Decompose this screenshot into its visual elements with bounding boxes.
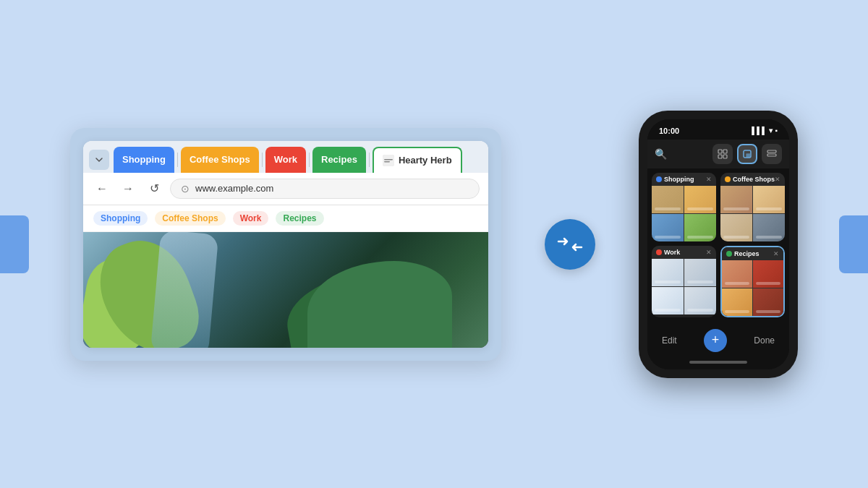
signal-icon: ▌▌▌	[752, 127, 767, 134]
phone-group-shopping[interactable]: Shopping ✕	[652, 173, 716, 241]
browser-wrapper: Shopping Coffee Shops Work Recipes	[70, 128, 501, 361]
browser-page-content	[83, 232, 488, 348]
reload-button[interactable]: ↺	[144, 179, 164, 199]
sync-arrow	[545, 219, 595, 270]
recipes-thumbnails	[722, 260, 783, 316]
add-tab-button[interactable]: +	[704, 329, 727, 352]
phone-tab-icons: ▦	[712, 144, 782, 164]
phone-group-coffee[interactable]: Coffee Shops ✕	[720, 173, 785, 241]
phone-group-coffee-header: Coffee Shops ✕	[720, 173, 785, 186]
deco-left	[0, 215, 29, 273]
recipes-dot	[726, 251, 732, 257]
close-recipes-group[interactable]: ✕	[773, 250, 779, 257]
tab-work-label: Work	[274, 154, 297, 165]
status-icons: ▌▌▌ ▾ ▪	[752, 127, 778, 134]
coffee-dot	[725, 176, 731, 182]
tab-sep-3	[309, 153, 310, 167]
browser-outer: Shopping Coffee Shops Work Recipes	[70, 128, 501, 361]
tab-sep-1	[177, 153, 178, 167]
phone-tab-grid-icon[interactable]: ▦	[737, 144, 757, 164]
pill-shopping[interactable]: Shopping	[93, 211, 148, 226]
phone-group-shopping-header: Shopping ✕	[652, 173, 716, 186]
shopping-dot	[656, 176, 662, 182]
phone-group-recipes-name: Recipes	[726, 250, 760, 257]
tab-favicon	[383, 155, 394, 166]
svg-rect-6	[723, 155, 727, 158]
tab-hearty-herb[interactable]: Hearty Herb	[373, 147, 462, 173]
tab-shopping[interactable]: Shopping	[114, 147, 174, 173]
browser-window: Shopping Coffee Shops Work Recipes	[83, 141, 488, 348]
svg-rect-4	[723, 150, 727, 153]
address-text: www.example.com	[195, 183, 273, 194]
tab-recipes-label: Recipes	[321, 154, 357, 165]
coffee-thumbnails	[720, 186, 785, 241]
deco-right	[839, 215, 868, 273]
tab-recipes[interactable]: Recipes	[312, 147, 366, 173]
phone-wrapper: 10:00 ▌▌▌ ▾ ▪ 🔍	[639, 111, 798, 378]
address-bar: ← → ↺ ⊙ www.example.com	[83, 173, 488, 205]
shopping-thumb-4	[684, 214, 716, 241]
close-coffee-group[interactable]: ✕	[775, 176, 780, 183]
phone-tab-list-icon[interactable]	[762, 144, 782, 164]
recipes-thumb-2	[753, 260, 783, 288]
phone-browser-toolbar: 🔍 ▦	[647, 140, 789, 168]
svg-rect-2	[384, 161, 390, 163]
tab-sep-4	[369, 153, 370, 167]
main-container: Shopping Coffee Shops Work Recipes	[0, 0, 868, 488]
phone-group-recipes-header: Recipes ✕	[722, 247, 783, 260]
done-button[interactable]: Done	[754, 335, 775, 346]
shopping-thumb-1	[652, 186, 684, 213]
phone-group-work-name: Work	[656, 249, 680, 256]
coffee-thumb-2	[753, 186, 785, 213]
tab-group-bar: Shopping Coffee Shops Work Recipes	[83, 205, 488, 232]
close-work-group[interactable]: ✕	[706, 249, 712, 256]
work-thumb-2	[684, 259, 716, 286]
phone-search-icon[interactable]: 🔍	[655, 148, 667, 160]
tab-active-content: Hearty Herb	[383, 155, 452, 166]
shopping-thumb-2	[684, 186, 716, 213]
pill-recipes[interactable]: Recipes	[276, 211, 323, 226]
phone-tab-groups-icon[interactable]	[712, 144, 733, 164]
phone-bottom-bar: Edit + Done	[647, 322, 789, 356]
phone-status-bar: 10:00 ▌▌▌ ▾ ▪	[647, 119, 789, 140]
shopping-thumbnails	[652, 186, 716, 241]
coffee-thumb-3	[720, 214, 752, 241]
edit-button[interactable]: Edit	[662, 335, 677, 346]
svg-rect-3	[718, 150, 722, 153]
coffee-thumb-4	[753, 214, 785, 241]
coffee-thumb-1	[720, 186, 752, 213]
recipes-thumb-4	[753, 288, 783, 316]
battery-icon: ▪	[775, 127, 778, 134]
phone-time: 10:00	[659, 127, 679, 135]
lock-icon: ⊙	[181, 183, 190, 194]
pill-work[interactable]: Work	[233, 211, 269, 226]
phone-group-recipes[interactable]: Recipes ✕	[720, 246, 785, 317]
svg-rect-0	[383, 155, 394, 166]
work-thumb-4	[684, 287, 716, 314]
close-shopping-group[interactable]: ✕	[706, 176, 712, 183]
home-bar	[689, 361, 747, 364]
phone-group-coffee-name: Coffee Shops	[725, 176, 775, 183]
work-thumb-3	[652, 287, 684, 314]
phone-screen: 10:00 ▌▌▌ ▾ ▪ 🔍	[647, 119, 789, 369]
image-herb-1	[307, 261, 452, 348]
work-thumb-1	[652, 259, 684, 286]
phone-tab-groups-grid: Shopping ✕	[647, 168, 789, 322]
tab-shopping-label: Shopping	[122, 154, 166, 165]
phone-group-work[interactable]: Work ✕	[652, 246, 716, 317]
tab-coffee-shops[interactable]: Coffee Shops	[181, 147, 259, 173]
shopping-thumb-3	[652, 214, 684, 241]
work-thumbnails	[652, 259, 716, 314]
phone-group-work-header: Work ✕	[652, 246, 716, 259]
tab-sep-2	[262, 153, 263, 167]
tab-dropdown-button[interactable]	[89, 150, 109, 170]
back-button[interactable]: ←	[92, 179, 112, 199]
pill-coffee-shops[interactable]: Coffee Shops	[155, 211, 225, 226]
tab-work[interactable]: Work	[265, 147, 306, 173]
page-hero-image	[83, 232, 488, 348]
svg-rect-1	[384, 159, 393, 160]
svg-rect-5	[718, 155, 722, 158]
address-field[interactable]: ⊙ www.example.com	[170, 179, 480, 199]
phone-home-indicator	[647, 356, 789, 369]
forward-button[interactable]: →	[118, 179, 138, 199]
